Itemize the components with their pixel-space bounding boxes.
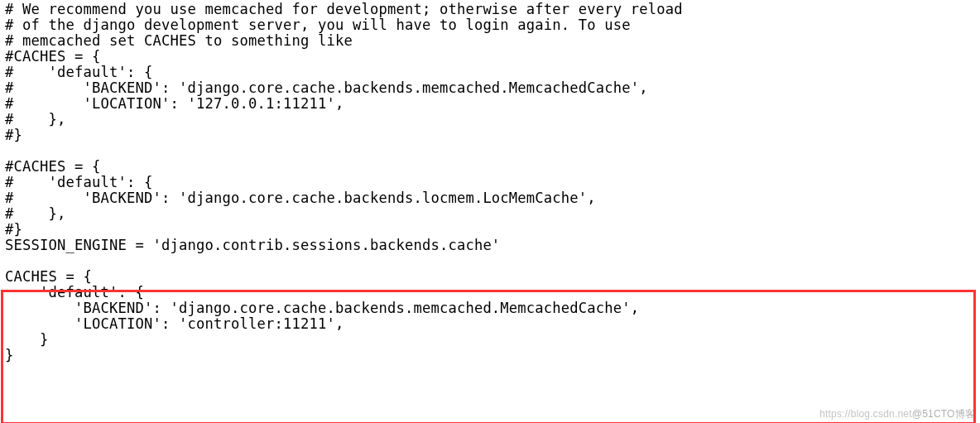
code-line: # 'BACKEND': 'django.core.cache.backends… bbox=[5, 190, 596, 206]
code-line: #CACHES = { bbox=[5, 158, 100, 175]
code-line: } bbox=[5, 347, 14, 363]
code-line: # 'default': { bbox=[5, 174, 152, 190]
code-line: # }, bbox=[5, 111, 65, 127]
code-line: #CACHES = { bbox=[5, 48, 100, 65]
code-line: } bbox=[5, 331, 49, 348]
code-line: # We recommend you use memcached for dev… bbox=[5, 1, 683, 17]
code-line: SESSION_ENGINE = 'django.contrib.session… bbox=[5, 237, 500, 253]
code-line: 'default': { bbox=[5, 284, 144, 300]
watermark-right: @51CTO博客 bbox=[912, 408, 975, 420]
watermark-left: https://blog.csdn.net bbox=[819, 408, 912, 420]
code-line: # 'LOCATION': '127.0.0.1:11211', bbox=[5, 95, 343, 112]
watermark: https://blog.csdn.net@51CTO博客 bbox=[819, 407, 975, 421]
code-line: # 'default': { bbox=[5, 64, 152, 80]
code-line: # }, bbox=[5, 205, 65, 222]
code-line: CACHES = { bbox=[5, 268, 92, 285]
config-code-block: # We recommend you use memcached for dev… bbox=[0, 0, 980, 368]
code-line: #} bbox=[5, 221, 22, 238]
code-line: # 'BACKEND': 'django.core.cache.backends… bbox=[5, 79, 648, 96]
code-line: # of the django development server, you … bbox=[5, 17, 631, 33]
code-line: 'BACKEND': 'django.core.cache.backends.m… bbox=[5, 300, 639, 316]
code-line: 'LOCATION': 'controller:11211', bbox=[5, 315, 343, 332]
code-line: #} bbox=[5, 127, 22, 143]
code-line: # memcached set CACHES to something like bbox=[5, 32, 353, 49]
